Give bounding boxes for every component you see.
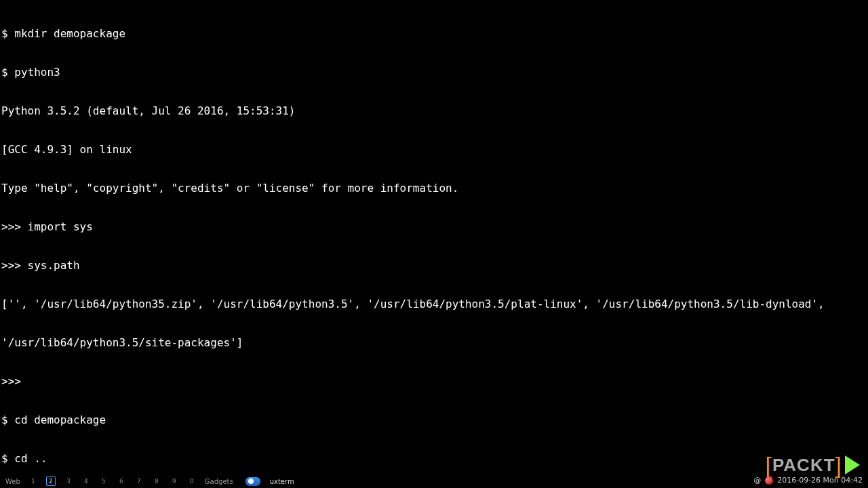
panel-menu-web[interactable]: Web (5, 475, 20, 488)
workspace-8[interactable]: 8 (152, 476, 161, 486)
terminal-line: '/usr/lib64/python3.5/site-packages'] (1, 336, 867, 349)
tray-at-icon[interactable]: @ (753, 474, 761, 487)
terminal-line: >>> import sys (1, 220, 867, 233)
panel-gadgets[interactable]: Gadgets (205, 475, 233, 488)
terminal-line: ['', '/usr/lib64/python35.zip', '/usr/li… (1, 298, 867, 310)
workspace-9[interactable]: 9 (170, 476, 179, 486)
workspace-6[interactable]: 6 (117, 476, 126, 486)
desktop-panel: Web 1 2 3 4 5 6 7 8 9 0 Gadgets uxterm @… (0, 474, 868, 488)
terminal-line: $ cd .. (1, 452, 867, 465)
tray-status-icon[interactable] (765, 476, 773, 485)
bracket-close-icon: ] (835, 456, 842, 474)
play-icon (845, 455, 860, 474)
terminal-line: $ mkdir demopackage (1, 27, 867, 40)
workspace-7[interactable]: 7 (134, 476, 144, 486)
terminal-line: >>> sys.path (1, 259, 867, 272)
panel-left: Web 1 2 3 4 5 6 7 8 9 0 Gadgets uxterm (0, 475, 294, 488)
terminal-line: >>> (1, 375, 867, 388)
packt-logo: [ PACKT ] (765, 455, 860, 474)
taskbar-uxterm[interactable] (245, 477, 260, 486)
workspace-4[interactable]: 4 (81, 476, 91, 486)
terminal-line: $ python3 (1, 66, 867, 79)
terminal-line: [GCC 4.9.3] on linux (1, 143, 867, 156)
bracket-open-icon: [ (765, 456, 772, 474)
workspace-3[interactable]: 3 (64, 476, 73, 486)
packt-text: PACKT (772, 459, 835, 472)
workspace-0[interactable]: 0 (187, 476, 197, 486)
terminal-line: $ cd demopackage (1, 413, 867, 426)
app-icon (248, 479, 254, 484)
terminal-line: Python 3.5.2 (default, Jul 26 2016, 15:5… (1, 104, 867, 117)
workspace-2[interactable]: 2 (46, 476, 56, 486)
workspace-1[interactable]: 1 (28, 476, 38, 486)
terminal-line: Type "help", "copyright", "credits" or "… (1, 182, 867, 195)
workspace-5[interactable]: 5 (99, 476, 108, 486)
panel-right: @ 2016-09-26 Mon 04:42 (753, 474, 863, 487)
terminal-output[interactable]: $ mkdir demopackage $ python3 Python 3.5… (1, 1, 867, 488)
taskbar-uxterm-label[interactable]: uxterm (270, 475, 294, 488)
panel-clock[interactable]: 2016-09-26 Mon 04:42 (777, 474, 863, 487)
